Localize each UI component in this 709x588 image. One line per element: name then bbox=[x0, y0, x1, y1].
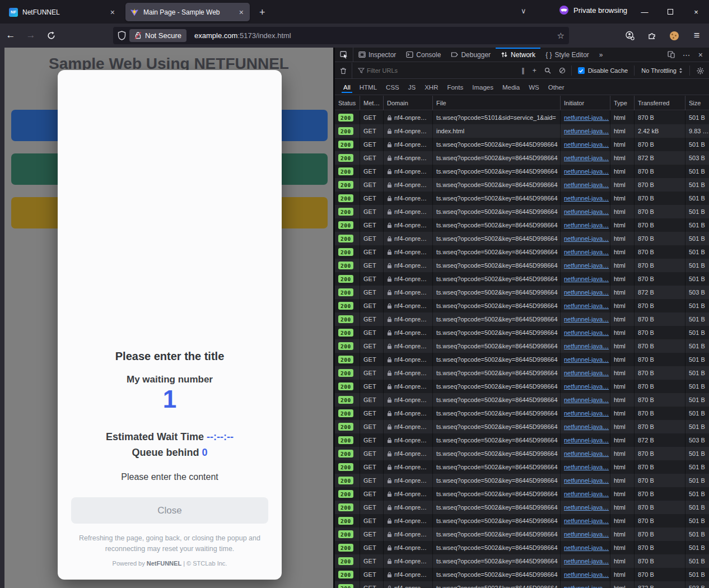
table-row[interactable]: 200GETnf4-onpre…ts.wseq?opcode=5002&key=… bbox=[335, 312, 709, 326]
throttling-select[interactable]: No Throttling bbox=[636, 67, 688, 74]
table-row[interactable]: 200GETnf4-onpre…ts.wseq?opcode=5002&key=… bbox=[335, 259, 709, 272]
tab-debugger[interactable]: Debugger bbox=[446, 48, 496, 62]
table-row[interactable]: 200GETnf4-onpre…ts.wseq?opcode=5101&sid=… bbox=[335, 111, 709, 124]
initiator-link[interactable]: netfunnel-java… bbox=[564, 155, 609, 161]
back-button[interactable]: ← bbox=[2, 27, 19, 44]
disable-cache-checkbox[interactable] bbox=[578, 67, 585, 74]
tab-inspector[interactable]: Inspector bbox=[353, 48, 401, 62]
table-row[interactable]: 200GETnf4-onpre…ts.wseq?opcode=5002&key=… bbox=[335, 407, 709, 420]
pause-icon[interactable]: ∥ bbox=[517, 67, 529, 74]
initiator-link[interactable]: netfunnel-java… bbox=[564, 396, 609, 403]
table-row[interactable]: 200GETnf4-onpre…ts.wseq?opcode=5002&key=… bbox=[335, 447, 709, 460]
initiator-link[interactable]: netfunnel-java… bbox=[564, 114, 609, 121]
table-row[interactable]: 200GETnf4-onpre…ts.wseq?opcode=5002&key=… bbox=[335, 514, 709, 528]
column-header-domain[interactable]: Domain bbox=[384, 96, 433, 110]
table-row[interactable]: 200GETnf4-onpre…ts.wseq?opcode=5002&key=… bbox=[335, 299, 709, 312]
disable-cache-control[interactable]: Disable Cache bbox=[573, 67, 633, 74]
initiator-link[interactable]: netfunnel-java… bbox=[564, 235, 609, 242]
type-filter-css[interactable]: CSS bbox=[382, 82, 403, 93]
table-row[interactable]: 200GETnf4-onpre…ts.wseq?opcode=5002&key=… bbox=[335, 420, 709, 433]
initiator-link[interactable]: netfunnel-java… bbox=[564, 208, 609, 215]
initiator-link[interactable]: netfunnel-java… bbox=[564, 450, 609, 457]
initiator-link[interactable]: netfunnel-java… bbox=[564, 531, 609, 538]
type-filter-xhr[interactable]: XHR bbox=[421, 82, 442, 93]
table-row[interactable]: 200GETnf4-onpre…ts.wseq?opcode=5002&key=… bbox=[335, 393, 709, 407]
block-icon[interactable] bbox=[555, 67, 570, 74]
table-row[interactable]: 200GETnf4-onpre…ts.wseq?opcode=5002&key=… bbox=[335, 554, 709, 568]
column-header-method[interactable]: Met… bbox=[360, 96, 384, 110]
initiator-link[interactable]: netfunnel-java… bbox=[564, 289, 609, 296]
column-header-status[interactable]: Status bbox=[335, 96, 360, 110]
account-icon[interactable] bbox=[622, 28, 637, 44]
add-icon[interactable]: + bbox=[529, 67, 540, 74]
initiator-link[interactable]: netfunnel-java… bbox=[564, 195, 609, 202]
column-header-transferred[interactable]: Transferred bbox=[635, 96, 685, 110]
forward-button[interactable]: → bbox=[22, 27, 39, 44]
clear-requests-button[interactable] bbox=[335, 63, 352, 78]
initiator-link[interactable]: netfunnel-java… bbox=[564, 168, 609, 175]
type-filter-other[interactable]: Other bbox=[544, 82, 568, 93]
column-header-size[interactable]: Size bbox=[685, 96, 709, 110]
maximize-button[interactable] bbox=[657, 0, 683, 24]
tab-console[interactable]: Console bbox=[401, 48, 446, 62]
table-row[interactable]: 200GETnf4-onpre…ts.wseq?opcode=5002&key=… bbox=[335, 339, 709, 353]
table-row[interactable]: 200GETnf4-onpre…ts.wseq?opcode=5002&key=… bbox=[335, 380, 709, 393]
table-row[interactable]: 200GETnf4-onpre…ts.wseq?opcode=5002&key=… bbox=[335, 272, 709, 286]
network-settings-button[interactable] bbox=[692, 67, 709, 74]
extensions-puzzle-icon[interactable] bbox=[644, 28, 660, 44]
initiator-link[interactable]: netfunnel-java… bbox=[564, 343, 609, 349]
type-filter-images[interactable]: Images bbox=[468, 82, 497, 93]
table-row[interactable]: 200GETnf4-onpre…ts.wseq?opcode=5002&key=… bbox=[335, 541, 709, 554]
initiator-link[interactable]: netfunnel-java… bbox=[564, 544, 609, 551]
cookie-extension-icon[interactable] bbox=[666, 28, 682, 44]
table-row[interactable]: 200GETnf4-onpre…ts.wseq?opcode=5002&key=… bbox=[335, 165, 709, 178]
url-bar[interactable]: Not Secure example.com:5173/index.html ☆ bbox=[113, 27, 569, 44]
tab-netfunnel[interactable]: NF NetFUNNEL × bbox=[4, 3, 121, 21]
more-tabs-button[interactable]: » bbox=[594, 48, 608, 62]
initiator-link[interactable]: netfunnel-java… bbox=[564, 128, 609, 134]
responsive-mode-icon[interactable] bbox=[665, 51, 678, 58]
devtools-menu-icon[interactable]: ⋯ bbox=[680, 50, 693, 59]
initiator-link[interactable]: netfunnel-java… bbox=[564, 262, 609, 269]
new-tab-button[interactable]: + bbox=[255, 6, 269, 20]
initiator-link[interactable]: netfunnel-java… bbox=[564, 504, 609, 511]
tab-network[interactable]: Network bbox=[496, 48, 540, 62]
type-filter-html[interactable]: HTML bbox=[356, 82, 381, 93]
type-filter-ws[interactable]: WS bbox=[525, 82, 543, 93]
table-row[interactable]: 200GETnf4-onpre…ts.wseq?opcode=5002&key=… bbox=[335, 326, 709, 339]
type-filter-js[interactable]: JS bbox=[404, 82, 419, 93]
initiator-link[interactable]: netfunnel-java… bbox=[564, 222, 609, 228]
table-row[interactable]: 200GETnf4-onpre…ts.wseq?opcode=5002&key=… bbox=[335, 138, 709, 151]
table-row[interactable]: 200GETnf4-onpre…ts.wseq?opcode=5002&key=… bbox=[335, 487, 709, 501]
initiator-link[interactable]: netfunnel-java… bbox=[564, 571, 609, 578]
table-row[interactable]: 200GETnf4-onpre…ts.wseq?opcode=5002&key=… bbox=[335, 151, 709, 165]
table-row[interactable]: 200GETnf4-onpre…ts.wseq?opcode=5002&key=… bbox=[335, 286, 709, 299]
table-row[interactable]: 200GETnf4-onpre…ts.wseq?opcode=5002&key=… bbox=[335, 474, 709, 487]
initiator-link[interactable]: netfunnel-java… bbox=[564, 249, 609, 255]
initiator-link[interactable]: netfunnel-java… bbox=[564, 316, 609, 323]
pick-element-button[interactable] bbox=[335, 48, 353, 62]
minimize-button[interactable]: — bbox=[632, 0, 657, 24]
column-header-file[interactable]: File bbox=[433, 96, 561, 110]
initiator-link[interactable]: netfunnel-java… bbox=[564, 477, 609, 484]
type-filter-media[interactable]: Media bbox=[498, 82, 524, 93]
table-row[interactable]: 200GETnf4-onpre…ts.wseq?opcode=5002&key=… bbox=[335, 353, 709, 366]
table-row[interactable]: 200GETnf4-onpre…ts.wseq?opcode=5002&key=… bbox=[335, 245, 709, 259]
table-row[interactable]: 200GETnf4-onpre…ts.wseq?opcode=5002&key=… bbox=[335, 528, 709, 541]
initiator-link[interactable]: netfunnel-java… bbox=[564, 464, 609, 470]
bookmark-star-icon[interactable]: ☆ bbox=[557, 31, 565, 41]
devtools-close-icon[interactable]: × bbox=[696, 50, 706, 59]
table-row[interactable]: 200GETnf4-onpre…ts.wseq?opcode=5002&key=… bbox=[335, 205, 709, 218]
table-row[interactable]: 200GETnf4-onpre…ts.wseq?opcode=5002&key=… bbox=[335, 581, 709, 588]
initiator-link[interactable]: netfunnel-java… bbox=[564, 370, 609, 376]
initiator-link[interactable]: netfunnel-java… bbox=[564, 329, 609, 336]
shield-icon[interactable] bbox=[118, 31, 126, 40]
table-row[interactable]: 200GETnf4-onpre…ts.wseq?opcode=5002&key=… bbox=[335, 568, 709, 581]
initiator-link[interactable]: netfunnel-java… bbox=[564, 302, 609, 309]
reload-button[interactable] bbox=[43, 27, 59, 44]
initiator-link[interactable]: netfunnel-java… bbox=[564, 558, 609, 564]
tab-close-icon[interactable]: × bbox=[109, 8, 116, 17]
initiator-link[interactable]: netfunnel-java… bbox=[564, 141, 609, 148]
search-icon[interactable] bbox=[540, 67, 555, 74]
table-row[interactable]: 200GETnf4-onpre…ts.wseq?opcode=5002&key=… bbox=[335, 460, 709, 474]
